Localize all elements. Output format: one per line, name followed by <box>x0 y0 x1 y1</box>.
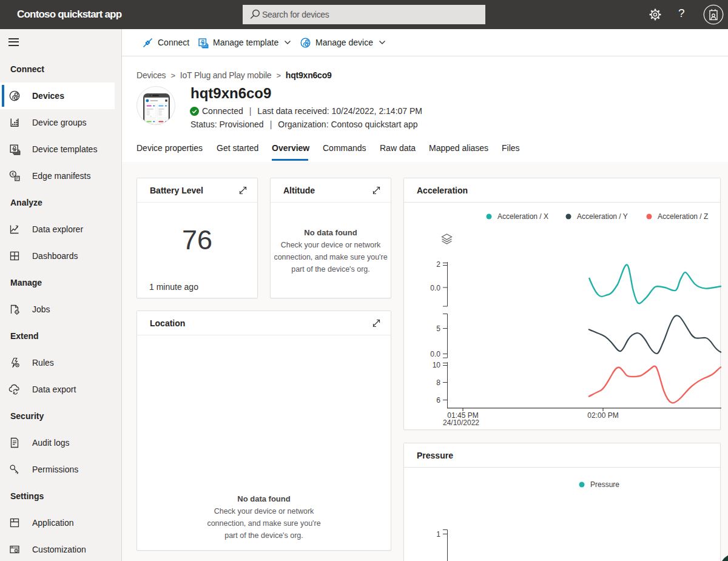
svg-text:10: 10 <box>433 361 441 369</box>
svg-text:6: 6 <box>436 396 440 405</box>
svg-text:02:00 PM: 02:00 PM <box>587 411 618 420</box>
svg-text:Acceleration / Y: Acceleration / Y <box>577 212 628 221</box>
svg-text:0.0: 0.0 <box>430 284 440 292</box>
svg-text:Acceleration / Z: Acceleration / Z <box>658 212 708 221</box>
svg-text:Acceleration / X: Acceleration / X <box>497 212 548 221</box>
svg-text:2: 2 <box>436 260 440 269</box>
svg-text:24/10/2022: 24/10/2022 <box>443 418 479 427</box>
svg-text:0.0: 0.0 <box>430 350 440 358</box>
svg-text:8: 8 <box>436 378 440 387</box>
svg-text:Pressure: Pressure <box>590 480 619 489</box>
svg-text:5: 5 <box>436 324 440 333</box>
svg-text:1: 1 <box>436 530 440 539</box>
